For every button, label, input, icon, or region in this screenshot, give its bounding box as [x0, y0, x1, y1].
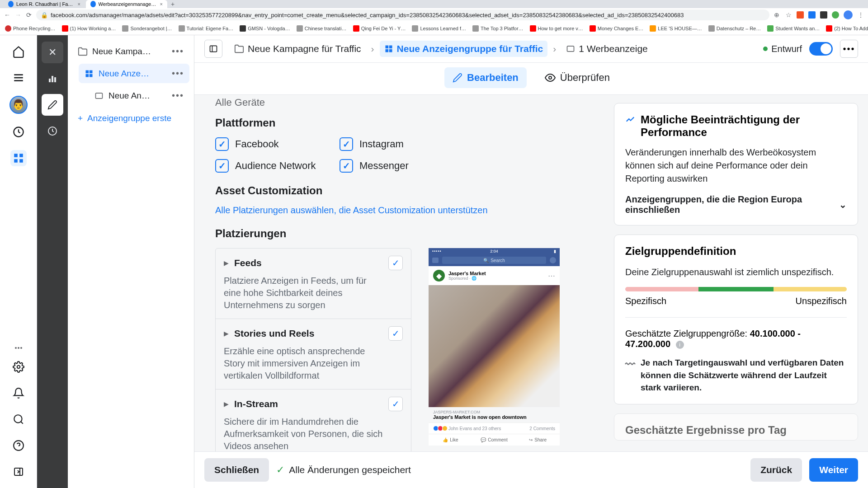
- tab-edit[interactable]: Bearbeiten: [444, 67, 527, 88]
- bookmark-item[interactable]: Tutorial: Eigene Fa…: [176, 24, 236, 33]
- svg-rect-22: [90, 74, 93, 77]
- gear-icon[interactable]: [10, 359, 27, 375]
- svg-rect-7: [19, 159, 23, 163]
- post-more-icon: ⋯: [548, 272, 555, 280]
- url-bar[interactable]: 🔒 facebook.com/adsmanager/manage/adsets/…: [36, 9, 769, 20]
- platform-messenger[interactable]: ✓Messenger: [340, 159, 450, 173]
- info-icon[interactable]: i: [676, 341, 684, 349]
- extension-icon[interactable]: [808, 11, 816, 19]
- status-badge: Entwurf: [763, 44, 802, 54]
- ad-preview: ••••• 2:04 ▮ 🔍Search ◆ Jasper': [429, 248, 560, 451]
- svg-rect-26: [385, 46, 388, 49]
- bookmark-item[interactable]: (1) How Working a…: [60, 24, 118, 33]
- menu-icon[interactable]: ⋮: [857, 11, 864, 19]
- svg-rect-17: [54, 77, 56, 82]
- browser-tab[interactable]: Leon R. Chaudhari | Facebook ×: [4, 0, 85, 8]
- platform-facebook[interactable]: ✓Facebook: [215, 137, 326, 151]
- publish-toggle[interactable]: [809, 42, 833, 56]
- secondary-rail: ✕: [37, 35, 68, 488]
- close-panel-button[interactable]: ✕: [42, 42, 63, 63]
- next-button[interactable]: Weiter: [809, 458, 858, 482]
- close-icon[interactable]: ×: [78, 1, 80, 7]
- bookmark-item[interactable]: Money Changes E…: [587, 24, 646, 33]
- tree-adset[interactable]: Neue Anze… •••: [79, 64, 189, 83]
- tree-campaign[interactable]: Neue Kampa… •••: [72, 42, 189, 61]
- bookmark-item[interactable]: How to get more v…: [528, 24, 585, 33]
- platform-audience-network[interactable]: ✓Audience Network: [215, 159, 326, 173]
- bell-icon[interactable]: [10, 385, 27, 401]
- ads-manager-icon[interactable]: [10, 150, 27, 166]
- placement-checkbox[interactable]: ✓: [388, 256, 403, 270]
- extension-icons: ⊕ ☆ ⋮: [773, 10, 864, 19]
- new-tab-button[interactable]: +: [171, 0, 175, 8]
- tree-ad[interactable]: Neue An… •••: [89, 86, 189, 105]
- placements-row: ▶ Feeds ✓ Platziere Anzeigen in Feeds, u…: [215, 248, 604, 451]
- history-icon[interactable]: [42, 120, 63, 142]
- bookmark-item[interactable]: Datenschutz – Re…: [706, 24, 763, 33]
- phone-search-bar: 🔍Search: [429, 254, 560, 266]
- more-icon[interactable]: •••: [172, 68, 184, 79]
- forward-icon[interactable]: →: [14, 11, 22, 19]
- reload-icon[interactable]: ⟳: [25, 11, 33, 19]
- placement-instream[interactable]: ▶ In-Stream ✓ Sichere dir im Handumdrehe…: [216, 389, 411, 451]
- share-icon[interactable]: ☆: [785, 11, 792, 19]
- gauge-icon[interactable]: [10, 124, 27, 140]
- chrome-profile-avatar[interactable]: [844, 10, 853, 19]
- card-title: Mögliche Beeinträchtigung der Performanc…: [641, 113, 847, 139]
- panel-toggle-button[interactable]: [204, 40, 222, 58]
- tab-bar: Leon R. Chaudhari | Facebook × Werbeanze…: [0, 0, 868, 8]
- bookmark-item[interactable]: Lessons Learned f…: [410, 24, 468, 33]
- svg-point-31: [549, 76, 552, 79]
- bookmark-item[interactable]: Qing Fei De Yi - Y…: [351, 24, 408, 33]
- bookmark-item[interactable]: (2) How To Add A…: [824, 24, 868, 33]
- edit-icon[interactable]: [42, 94, 63, 116]
- bookmark-item[interactable]: GMSN - Vologda…: [237, 24, 292, 33]
- bookmark-item[interactable]: Chinese translati…: [294, 24, 349, 33]
- home-icon[interactable]: [10, 43, 27, 60]
- main-panel: Neue Kampagne für Traffic › Neue Anzeige…: [194, 35, 868, 488]
- chart-icon[interactable]: [42, 68, 63, 89]
- platform-instagram[interactable]: ✓Instagram: [340, 137, 450, 151]
- extension-icon[interactable]: [797, 11, 804, 19]
- extension-icon[interactable]: [832, 11, 839, 19]
- placement-feeds[interactable]: ▶ Feeds ✓ Platziere Anzeigen in Feeds, u…: [216, 249, 411, 319]
- back-icon[interactable]: ←: [4, 11, 11, 19]
- profile-avatar[interactable]: 👨: [9, 96, 28, 114]
- audience-gauge: [625, 287, 847, 291]
- breadcrumb-campaign[interactable]: Neue Kampagne für Traffic: [230, 41, 366, 57]
- collapse-toggle[interactable]: Anzeigengruppen, die die Region Europa e…: [625, 194, 847, 215]
- bookmark-item[interactable]: LEE 'S HOUSE—…: [647, 24, 704, 33]
- more-button[interactable]: •••: [840, 40, 858, 58]
- add-adset-button[interactable]: + Anzeigengruppe erste: [72, 108, 189, 129]
- svg-rect-15: [49, 79, 51, 82]
- more-icon[interactable]: •••: [172, 46, 184, 56]
- help-icon[interactable]: [10, 437, 27, 454]
- bookmark-item[interactable]: Phone Recycling…: [3, 24, 58, 33]
- primary-rail: 👨: [0, 35, 37, 488]
- tab-review[interactable]: Überprüfen: [537, 67, 618, 88]
- footer-bar: Schließen ✓ Alle Änderungen gespeichert …: [194, 451, 868, 488]
- search-icon[interactable]: [10, 411, 27, 427]
- placement-checkbox[interactable]: ✓: [388, 326, 403, 341]
- browser-tab-active[interactable]: Werbeanzeigenmanager - We… ×: [86, 0, 167, 8]
- placement-checkbox[interactable]: ✓: [388, 397, 403, 411]
- back-button[interactable]: Zurück: [750, 458, 802, 482]
- zoom-icon[interactable]: ⊕: [773, 11, 780, 19]
- collapse-icon[interactable]: [10, 464, 27, 480]
- grid-icon: [384, 44, 393, 53]
- card-title: Zielgruppendefinition: [625, 245, 736, 258]
- bookmark-item[interactable]: Student Wants an…: [765, 24, 822, 33]
- more-icon[interactable]: •••: [172, 90, 184, 101]
- asset-customization-link[interactable]: Alle Platzierungen auswählen, die Asset …: [215, 205, 604, 216]
- asset-customization-heading: Asset Customization: [215, 184, 604, 197]
- breadcrumb-ad[interactable]: 1 Werbeanzeige: [561, 41, 652, 57]
- breadcrumb-adset[interactable]: Neue Anzeigengruppe für Traffic: [380, 41, 548, 57]
- bookmark-item[interactable]: The Top 3 Platfor…: [470, 24, 526, 33]
- card-body: Veränderungen innerhalb des Werbeökosyst…: [625, 146, 847, 185]
- close-icon[interactable]: ×: [160, 1, 163, 7]
- placement-stories-reels[interactable]: ▶ Stories und Reels ✓ Erzähle eine optis…: [216, 319, 411, 389]
- close-button[interactable]: Schließen: [204, 458, 269, 482]
- extension-icon[interactable]: [820, 11, 827, 19]
- bookmark-item[interactable]: Sonderangebot |…: [120, 24, 174, 33]
- menu-icon[interactable]: [10, 70, 27, 86]
